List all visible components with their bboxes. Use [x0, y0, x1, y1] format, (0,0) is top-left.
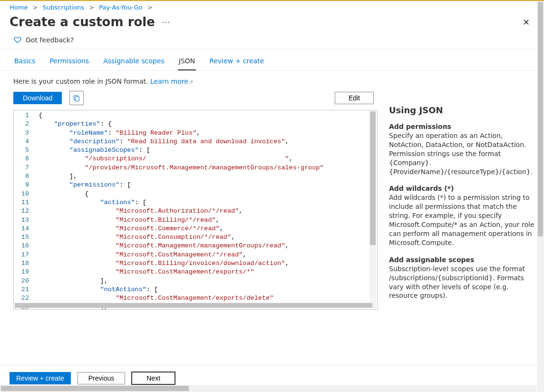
- svg-rect-0: [76, 97, 79, 101]
- help-sec-1-title: Add wildcards (*): [389, 185, 537, 192]
- more-actions-button[interactable]: ⋯: [162, 17, 171, 27]
- tab-assignable-scopes[interactable]: Assignable scopes: [102, 56, 165, 70]
- editor-scrollbar-horizontal[interactable]: [15, 303, 376, 308]
- review-create-button[interactable]: Review + create: [10, 372, 71, 384]
- copy-button[interactable]: [69, 91, 84, 105]
- editor-gutter: 1 2 3 4 5 6 7 8 9 10 11 12 13 14 15 16 1…: [14, 110, 37, 309]
- help-sec-2-title: Add assignable scopes: [389, 256, 537, 264]
- close-button[interactable]: ✕: [518, 15, 534, 29]
- scrollbar-corner: [537, 385, 544, 392]
- heart-icon: [13, 36, 22, 44]
- editor-scrollbar-vertical[interactable]: [369, 111, 376, 303]
- wizard-footer: Review + create Previous Next: [0, 365, 544, 384]
- chevron-right-icon: >: [33, 4, 38, 11]
- editor-content[interactable]: { "properties": { "roleName": "Billing R…: [37, 110, 377, 309]
- tabs: Basics Permissions Assignable scopes JSO…: [0, 49, 544, 71]
- page-title: Create a custom role: [10, 15, 155, 29]
- window-scrollbar-horizontal[interactable]: [0, 385, 536, 392]
- tab-review-create[interactable]: Review + create: [208, 56, 265, 70]
- intro-text: Here is your custom role in JSON format.…: [13, 78, 378, 85]
- learn-more-link[interactable]: Learn more: [150, 78, 193, 85]
- tab-json[interactable]: JSON: [178, 56, 196, 70]
- edit-button[interactable]: Edit: [335, 92, 374, 104]
- help-heading: Using JSON: [389, 105, 537, 115]
- download-button[interactable]: Download: [13, 92, 62, 104]
- window-scrollbar-vertical[interactable]: [537, 1, 544, 392]
- next-button[interactable]: Next: [132, 372, 175, 384]
- chevron-right-icon: >: [89, 4, 94, 11]
- help-sec-2-body: Subscription-level scopes use the format…: [389, 265, 537, 301]
- copy-icon: [73, 94, 80, 102]
- previous-button[interactable]: Previous: [78, 372, 125, 384]
- tab-permissions[interactable]: Permissions: [49, 56, 90, 70]
- intro-text-span: Here is your custom role in JSON format.: [13, 78, 150, 85]
- json-editor[interactable]: 1 2 3 4 5 6 7 8 9 10 11 12 13 14 15 16 1…: [13, 110, 378, 310]
- breadcrumb: Home > Subscriptions > Pay-As-You-Go >: [0, 1, 544, 12]
- breadcrumb-payg[interactable]: Pay-As-You-Go: [99, 4, 143, 11]
- feedback-link[interactable]: Got feedback?: [0, 33, 544, 49]
- help-sec-0-body: Specify an operation as an Action, NotAc…: [389, 131, 537, 176]
- feedback-label: Got feedback?: [26, 36, 74, 44]
- help-panel: Using JSON Add permissions Specify an op…: [389, 78, 537, 346]
- help-sec-1-body: Add wildcards (*) to a permission string…: [389, 193, 537, 247]
- breadcrumb-subscriptions[interactable]: Subscriptions: [43, 4, 85, 11]
- breadcrumb-home[interactable]: Home: [10, 4, 28, 11]
- chevron-right-icon: >: [147, 4, 153, 11]
- help-sec-0-title: Add permissions: [389, 123, 537, 130]
- tab-basics[interactable]: Basics: [13, 56, 36, 70]
